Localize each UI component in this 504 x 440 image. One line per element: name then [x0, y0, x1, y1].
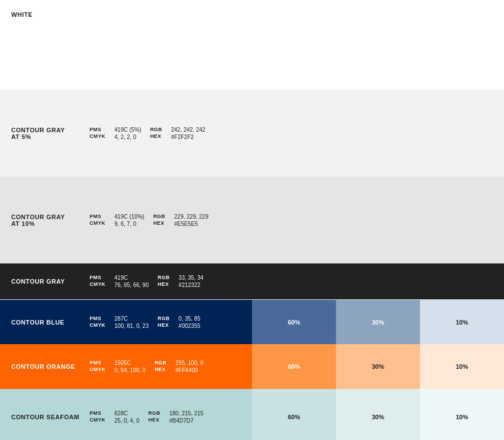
gray-dark-info: CONTOUR GRAY PMS CMYK 419C 76, 65, 66, 9…: [0, 263, 252, 299]
blue-swatch-60: 60%: [252, 300, 336, 344]
seafoam-section: CONTOUR SEAFOAM PMS CMYK 628C 25, 0, 4, …: [0, 389, 504, 440]
seafoam-swatch-30: 30%: [336, 389, 420, 440]
gray5-info: CONTOUR GRAY AT 5% PMS CMYK 419C (5%) 4,…: [0, 90, 252, 177]
orange-info: CONTOUR ORANGE PMS CMYK 1505C 0, 64, 100…: [0, 344, 252, 389]
gray-dark-section: CONTOUR GRAY PMS CMYK 419C 76, 65, 66, 9…: [0, 263, 504, 299]
gray5-pms-col: PMS CMYK: [90, 127, 105, 140]
gray-dark-specs: PMS CMYK 419C 76, 65, 66, 90 RGB HEX 33,…: [90, 275, 203, 288]
gray5-pms-values: 419C (5%) 4, 2, 2, 0: [114, 127, 141, 140]
gray5-section: CONTOUR GRAY AT 5% PMS CMYK 419C (5%) 4,…: [0, 90, 504, 177]
orange-name: CONTOUR ORANGE: [11, 363, 90, 370]
seafoam-swatch-60: 60%: [252, 389, 336, 440]
gray5-name: CONTOUR GRAY AT 5%: [11, 127, 90, 140]
seafoam-name: CONTOUR SEAFOAM: [11, 414, 90, 420]
gray10-info: CONTOUR GRAY AT 10% PMS CMYK 419C (10%) …: [0, 177, 252, 263]
gray-dark-name: CONTOUR GRAY: [11, 278, 90, 285]
seafoam-swatches: 60% 30% 10%: [252, 389, 504, 440]
gray-dark-swatches: [252, 263, 504, 299]
seafoam-info: CONTOUR SEAFOAM PMS CMYK 628C 25, 0, 4, …: [0, 389, 252, 440]
orange-section: CONTOUR ORANGE PMS CMYK 1505C 0, 64, 100…: [0, 344, 504, 389]
orange-swatch-60: 60%: [252, 344, 336, 389]
gray10-name: CONTOUR GRAY AT 10%: [11, 214, 90, 227]
white-section: WHITE: [0, 0, 504, 90]
blue-info: CONTOUR BLUE PMS CMYK 287C 100, 81, 0, 2…: [0, 300, 252, 344]
orange-swatch-10: 10%: [420, 344, 504, 389]
seafoam-swatch-10: 10%: [420, 389, 504, 440]
orange-swatch-30: 30%: [336, 344, 420, 389]
blue-name: CONTOUR BLUE: [11, 319, 90, 326]
gray5-specs: PMS CMYK 419C (5%) 4, 2, 2, 0 RGB HEX 24…: [90, 127, 206, 140]
white-color-name: WHITE: [11, 11, 90, 18]
blue-section: CONTOUR BLUE PMS CMYK 287C 100, 81, 0, 2…: [0, 299, 504, 344]
gray5-rgb-col: RGB HEX: [150, 127, 162, 140]
blue-swatches: 60% 30% 10%: [252, 300, 504, 344]
gray5-rgb-values: 242, 242, 242 #F2F2F2: [171, 127, 205, 140]
blue-swatch-30: 30%: [336, 300, 420, 344]
orange-swatches: 60% 30% 10%: [252, 344, 504, 389]
blue-swatch-10: 10%: [420, 300, 504, 344]
gray10-specs: PMS CMYK 419C (10%) 9, 6, 7, 0 RGB HEX 2…: [90, 214, 208, 227]
gray10-section: CONTOUR GRAY AT 10% PMS CMYK 419C (10%) …: [0, 177, 504, 263]
